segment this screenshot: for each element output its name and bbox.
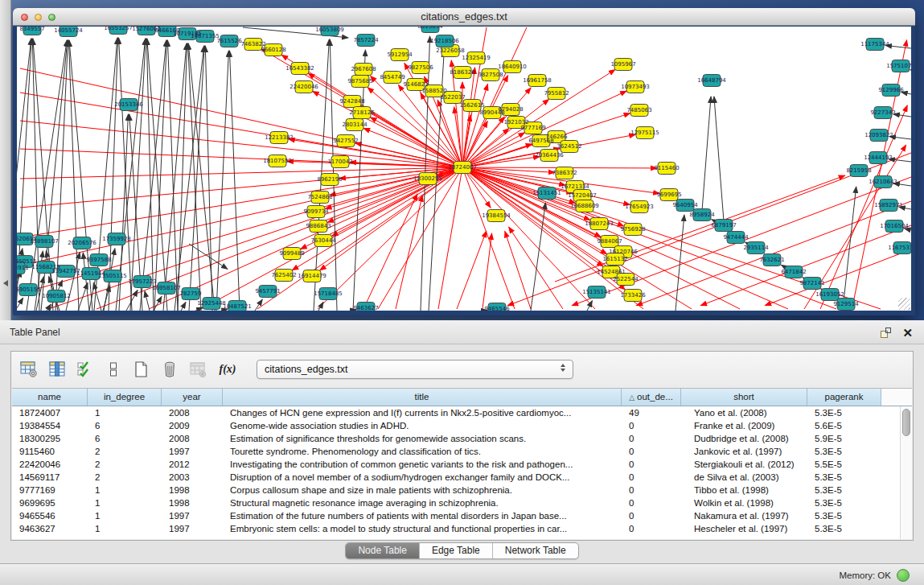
column-header-in_degree[interactable]: in_degree bbox=[88, 389, 162, 406]
column-header-short[interactable]: short bbox=[681, 389, 807, 406]
cell-year: 1997 bbox=[162, 509, 223, 522]
show-columns-icon[interactable] bbox=[47, 359, 68, 380]
cell-out_degree: 0 bbox=[622, 458, 681, 471]
column-selection-icon[interactable] bbox=[75, 359, 96, 380]
table-row[interactable]: 946554611997Estimation of the future num… bbox=[12, 509, 900, 522]
svg-text:9699695: 9699695 bbox=[656, 192, 681, 198]
cell-pagerank: 5.5E-5 bbox=[807, 458, 881, 471]
svg-text:8215958: 8215958 bbox=[846, 167, 871, 174]
column-header-pagerank[interactable]: pagerank bbox=[807, 389, 881, 406]
svg-text:5905155: 5905155 bbox=[17, 286, 41, 293]
table-row[interactable]: 977716911998Corpus callosum shape and si… bbox=[12, 484, 900, 496]
cell-name: 22420046 bbox=[12, 458, 88, 471]
network-window[interactable]: citations_edges.txt 7463822866 bbox=[13, 8, 915, 315]
svg-text:16553257: 16553257 bbox=[104, 27, 133, 31]
cell-in_degree: 1 bbox=[88, 522, 162, 535]
citation-graph[interactable]: 7463822866012816543382296760859129549827… bbox=[17, 27, 911, 311]
cell-short: Dudbridge et al. (2008) bbox=[681, 432, 807, 445]
tab-network-table[interactable]: Network Table bbox=[493, 543, 578, 558]
tab-edge-table[interactable]: Edge Table bbox=[420, 543, 493, 558]
cell-in_degree: 2 bbox=[88, 471, 162, 484]
svg-text:8454749: 8454749 bbox=[380, 74, 405, 80]
cell-year: 1997 bbox=[162, 522, 223, 535]
svg-text:2522544: 2522544 bbox=[613, 276, 639, 282]
tab-node-table[interactable]: Node Table bbox=[346, 543, 420, 558]
svg-text:22420046: 22420046 bbox=[290, 84, 318, 90]
svg-text:9427552: 9427552 bbox=[333, 138, 358, 144]
cell-pagerank: 5.3E-5 bbox=[807, 471, 881, 484]
row-height-icon[interactable] bbox=[103, 359, 124, 380]
scrollbar-thumb[interactable] bbox=[902, 409, 910, 436]
svg-text:16543382: 16543382 bbox=[285, 65, 314, 72]
table-panel-header: Table Panel ✕ bbox=[0, 320, 924, 344]
cell-title: Tourette syndrome. Phenomenology and cla… bbox=[223, 445, 622, 458]
table-row[interactable]: 969969511998Structural magnetic resonanc… bbox=[12, 496, 900, 509]
memory-status-indicator[interactable] bbox=[897, 569, 910, 582]
float-panel-icon[interactable] bbox=[881, 328, 891, 338]
svg-text:1733426: 1733426 bbox=[620, 292, 646, 299]
svg-text:9463627: 9463627 bbox=[353, 305, 378, 311]
control-panel-collapsed-strip[interactable] bbox=[0, 0, 11, 320]
cell-out_degree: 0 bbox=[622, 419, 681, 432]
svg-text:9129514: 9129514 bbox=[833, 301, 859, 307]
network-window-titlebar[interactable]: citations_edges.txt bbox=[13, 8, 915, 26]
svg-text:9397588: 9397588 bbox=[86, 257, 111, 263]
table-selector-dropdown[interactable]: citations_edges.txt bbox=[257, 360, 573, 379]
svg-text:9457791: 9457791 bbox=[255, 288, 280, 295]
cell-pagerank: 5.9E-5 bbox=[807, 432, 881, 445]
table-row[interactable]: 2242004622012Investigating the contribut… bbox=[12, 458, 900, 471]
svg-text:18300295: 18300295 bbox=[413, 175, 442, 182]
cell-pagerank: 5.3E-5 bbox=[807, 406, 881, 419]
cell-in_degree: 6 bbox=[88, 419, 162, 432]
delete-column-icon[interactable] bbox=[159, 359, 180, 380]
column-header-title[interactable]: title bbox=[223, 389, 622, 406]
table-row[interactable]: 911546021997Tourette syndrome. Phenomeno… bbox=[12, 445, 900, 458]
cell-out_degree: 0 bbox=[622, 471, 681, 484]
table-row[interactable]: 1938455462009Genome-wide association stu… bbox=[12, 419, 900, 432]
expand-panel-arrow-icon[interactable] bbox=[3, 280, 8, 286]
svg-text:9146821: 9146821 bbox=[403, 81, 428, 88]
svg-text:746266: 746266 bbox=[546, 134, 568, 140]
table-mode-icon[interactable] bbox=[18, 359, 39, 380]
table-row[interactable]: 1830029562008Estimation of significance … bbox=[12, 432, 900, 445]
svg-text:14524861: 14524861 bbox=[597, 269, 626, 275]
network-canvas[interactable]: 7463822866012816543382296760859129549827… bbox=[17, 27, 911, 311]
table-toolbar: f(x) citations_edges.txt bbox=[11, 352, 913, 387]
cell-name: 18300295 bbox=[12, 432, 88, 445]
cell-year: 2009 bbox=[162, 419, 223, 432]
cell-pagerank: 5.3E-5 bbox=[807, 522, 881, 535]
svg-text:20364436: 20364436 bbox=[535, 152, 564, 159]
svg-text:7955812: 7955812 bbox=[544, 90, 569, 97]
cell-title: Estimation of the future numbers of pati… bbox=[223, 509, 622, 522]
svg-text:1562615: 1562615 bbox=[459, 102, 484, 109]
table-selector-value: citations_edges.txt bbox=[265, 364, 348, 375]
cell-in_degree: 1 bbox=[88, 496, 162, 509]
table-tabs: Node TableEdge TableNetwork Table bbox=[345, 542, 578, 559]
cell-year: 1998 bbox=[162, 484, 223, 496]
delete-table-icon[interactable] bbox=[187, 359, 208, 380]
function-builder-icon[interactable]: f(x) bbox=[216, 363, 240, 376]
column-header-year[interactable]: year bbox=[162, 389, 223, 406]
cell-out_degree: 49 bbox=[622, 406, 681, 419]
vertical-scrollbar[interactable] bbox=[900, 406, 912, 539]
svg-text:7857224: 7857224 bbox=[353, 37, 379, 43]
table-row[interactable]: 1456911722003Disruption of a novel membe… bbox=[12, 471, 900, 484]
column-header-out_degree[interactable]: △out_de... bbox=[622, 389, 681, 406]
svg-text:9474444: 9474444 bbox=[723, 234, 749, 241]
resize-grip-icon[interactable] bbox=[898, 298, 910, 310]
svg-text:8186328: 8186328 bbox=[450, 69, 474, 76]
svg-text:1588520: 1588520 bbox=[421, 88, 446, 94]
cell-pagerank: 5.3E-5 bbox=[807, 484, 881, 496]
close-panel-icon[interactable]: ✕ bbox=[902, 327, 913, 339]
svg-text:9756928: 9756928 bbox=[620, 226, 645, 233]
cell-in_degree: 1 bbox=[88, 509, 162, 522]
table-row[interactable]: 946362711997Embryonic stem cells: a mode… bbox=[12, 522, 900, 535]
svg-text:7524861: 7524861 bbox=[307, 194, 332, 200]
table-row[interactable]: 1872400712008Changes of HCN gene express… bbox=[12, 406, 900, 419]
svg-text:2967608: 2967608 bbox=[351, 66, 376, 72]
create-column-icon[interactable] bbox=[131, 359, 152, 380]
column-header-name[interactable]: name bbox=[12, 389, 88, 406]
application-window: citations_edges.txt 7463822866 bbox=[0, 0, 924, 585]
cell-short: Tibbo et al. (1998) bbox=[681, 484, 807, 496]
memory-status-label: Memory: OK bbox=[839, 571, 891, 580]
